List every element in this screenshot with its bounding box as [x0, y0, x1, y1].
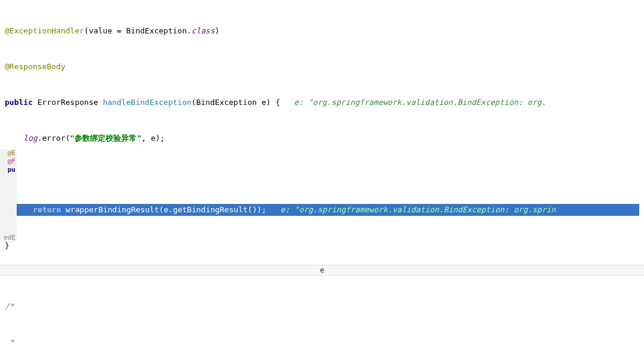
code-editor[interactable]: @ExceptionHandler(value = BindException.… [0, 0, 644, 265]
gutter-markers: @E @F pu edE [0, 149, 17, 242]
inline-hint: e: "org.springframework.validation.BindE… [294, 98, 546, 107]
annotation: @ResponseBody [5, 62, 66, 71]
current-debug-line[interactable]: return wrapperBindingResult(e.getBinding… [5, 204, 639, 216]
evaluate-tooltip: e [0, 265, 644, 275]
inline-hint: e: "org.springframework.validation.BindE… [280, 205, 556, 214]
annotation: @ExceptionHandler [5, 26, 84, 35]
